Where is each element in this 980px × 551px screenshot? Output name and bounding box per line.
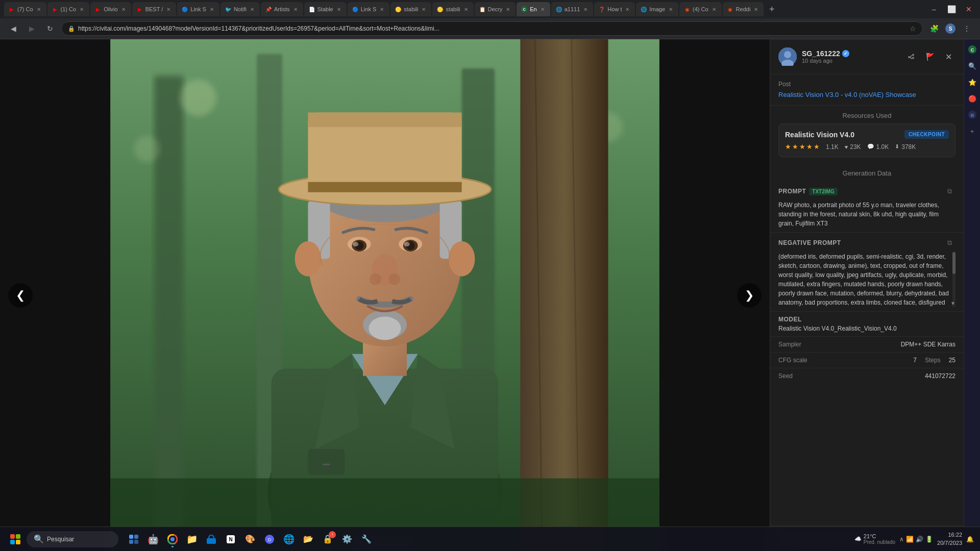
tab-close[interactable]: ✕ <box>710 6 718 13</box>
copy-neg-prompt-button[interactable]: ⧉ <box>943 237 955 249</box>
username[interactable]: SG_161222 ✓ <box>802 49 899 58</box>
tab-close[interactable]: ✕ <box>752 6 760 13</box>
tab-label: Decry <box>488 6 503 12</box>
restore-button[interactable]: ⬜ <box>944 2 959 16</box>
sidebar-icon-1[interactable]: 🔍 <box>966 60 978 72</box>
tab-howto[interactable]: ❓ How t ✕ <box>594 2 635 16</box>
weather-widget[interactable]: ☁️ 21°C Pred. nublado <box>854 533 895 545</box>
copy-prompt-button[interactable]: ⧉ <box>943 185 955 197</box>
negative-prompt-text[interactable]: (deformed iris, deformed pupils, semi-re… <box>778 252 955 307</box>
civitai-sidebar-icon[interactable]: C <box>966 43 978 56</box>
extensions-button[interactable]: 🧩 <box>927 21 941 36</box>
tab-close[interactable]: ✕ <box>667 6 674 13</box>
taskbar-app-edge[interactable]: 🌐 <box>280 530 298 548</box>
tab-decry[interactable]: 📋 Decry ✕ <box>475 2 516 16</box>
tab-close[interactable]: ✕ <box>292 6 299 13</box>
scroll-down-arrow[interactable]: ▼ <box>950 300 955 306</box>
tab-youtube1[interactable]: ▶ (7) Co ✕ <box>4 2 46 16</box>
tab-youtube4[interactable]: ▶ BEST / ✕ <box>132 2 177 16</box>
reload-button[interactable]: ↻ <box>43 21 57 36</box>
sidebar-icon-3[interactable]: 🔴 <box>966 92 978 105</box>
tab-close[interactable]: ✕ <box>78 6 85 13</box>
tab-close[interactable]: ✕ <box>539 6 546 13</box>
close-window-button[interactable]: ✕ <box>962 2 976 16</box>
sidebar-icon-2[interactable]: ⭐ <box>966 76 978 88</box>
volume-icon[interactable]: 🔊 <box>916 536 923 543</box>
sidebar-icon-4[interactable]: ⊞ <box>966 109 978 121</box>
checkpoint-name[interactable]: Realistic Vision V4.0 <box>785 131 854 139</box>
tab-link2[interactable]: 🔵 Link S ✕ <box>348 2 390 16</box>
network-icon[interactable]: 📶 <box>906 536 914 543</box>
tab-image[interactable]: 🌐 Image ✕ <box>636 2 678 16</box>
forward-button[interactable]: ▶ <box>24 21 39 36</box>
back-button[interactable]: ◀ <box>6 21 20 36</box>
battery-icon[interactable]: 🔋 <box>925 536 933 543</box>
like-count[interactable]: ♥ 23K <box>845 143 861 151</box>
tab-youtube3[interactable]: ▶ Olivio ✕ <box>90 2 131 16</box>
taskbar-app-copilot[interactable]: 🤖 <box>144 530 162 548</box>
menu-button[interactable]: ⋮ <box>960 21 974 36</box>
taskbar-app-explorer[interactable]: 📂 <box>299 530 317 548</box>
taskbar-app-files[interactable]: 📁 <box>183 530 201 548</box>
flag-button[interactable]: 🚩 <box>923 49 937 64</box>
address-bar[interactable]: 🔒 https://civitai.com/images/1490468?mod… <box>61 21 923 36</box>
tab-reddit1[interactable]: ◉ (4) Co ✕ <box>679 2 722 16</box>
post-link[interactable]: Realistic Vision V3.0 - v4.0 (noVAE) Sho… <box>778 91 916 98</box>
minimize-button[interactable]: – <box>927 2 941 16</box>
tab-close[interactable]: ✕ <box>378 6 385 13</box>
taskbar-app-paint[interactable]: 🎨 <box>241 530 259 548</box>
tab-civitai[interactable]: C En ✕ <box>517 2 550 16</box>
taskbar-app-store[interactable] <box>202 530 220 548</box>
tab-link1[interactable]: 🔵 Link S ✕ <box>177 2 219 16</box>
next-image-button[interactable]: ❯ <box>737 283 762 308</box>
taskbar-app-widget[interactable] <box>125 530 143 548</box>
tab-close[interactable]: ✕ <box>249 6 256 13</box>
tab-close[interactable]: ✕ <box>420 6 427 13</box>
taskbar-app-app1[interactable]: ⚙️ <box>338 530 356 548</box>
taskbar-search[interactable]: 🔍 Pesquisar <box>27 531 118 547</box>
share-button[interactable] <box>904 49 919 64</box>
start-button[interactable] <box>6 530 24 548</box>
download-count[interactable]: ⬇ 378K <box>895 143 916 151</box>
bookmark-icon[interactable]: ☆ <box>910 24 916 33</box>
tab-close[interactable]: ✕ <box>208 6 215 13</box>
tab-close[interactable]: ✕ <box>335 6 342 13</box>
tab-label: Link S <box>190 6 206 12</box>
tab-close[interactable]: ✕ <box>35 6 42 13</box>
tab-stable[interactable]: 📄 Stable ✕ <box>304 2 347 16</box>
clock[interactable]: 16:22 20/7/2023 <box>937 531 962 547</box>
tab-stabil1[interactable]: 🟡 stabili ✕ <box>390 2 431 16</box>
tab-stabil2[interactable]: 🟡 stabili ✕ <box>432 2 473 16</box>
tab-artists[interactable]: 📌 Artists ✕ <box>261 2 303 16</box>
tab-close[interactable]: ✕ <box>582 6 589 13</box>
tab-close[interactable]: ✕ <box>504 6 511 13</box>
prev-image-button[interactable]: ❮ <box>8 283 33 308</box>
chevron-up-icon[interactable]: ∧ <box>899 536 904 543</box>
taskbar-app-notion[interactable]: N <box>222 530 240 548</box>
tab-reddit2[interactable]: ◉ Reddi ✕ <box>723 2 764 16</box>
taskbar-app-discord[interactable]: D <box>260 530 279 548</box>
taskbar-app-vpn[interactable]: 🔒 ! <box>318 530 337 548</box>
reddit-icon: ◉ <box>683 6 691 13</box>
notification-icon[interactable]: 🔔 <box>966 536 974 543</box>
tab-close[interactable]: ✕ <box>624 6 631 13</box>
profile-button[interactable]: S <box>943 21 958 36</box>
tab-icon: 🐦 <box>225 6 232 13</box>
user-avatar[interactable] <box>778 47 797 66</box>
new-tab-button[interactable]: + <box>765 2 779 16</box>
user-info: SG_161222 ✓ 10 days ago <box>802 49 899 64</box>
scrollbar-thumb[interactable] <box>952 252 955 274</box>
comment-count[interactable]: 💬 1.0K <box>867 143 889 151</box>
sidebar-icon-5[interactable]: + <box>966 125 978 137</box>
steps-label: Steps <box>925 357 941 364</box>
tab-twitter[interactable]: 🐦 Notifi ✕ <box>220 2 260 16</box>
tab-close[interactable]: ✕ <box>462 6 470 13</box>
tab-close[interactable]: ✕ <box>120 6 127 13</box>
tab-close[interactable]: ✕ <box>165 6 172 13</box>
taskbar-app-app2[interactable]: 🔧 <box>357 530 376 548</box>
close-panel-button[interactable]: ✕ <box>941 49 955 64</box>
sampler-value: DPM++ SDE Karras <box>901 341 955 348</box>
tab-a1111[interactable]: 🌐 a1111 ✕ <box>551 2 594 16</box>
taskbar-app-chrome[interactable] <box>163 530 182 548</box>
tab-youtube2[interactable]: ▶ (1) Co ✕ <box>47 2 90 16</box>
